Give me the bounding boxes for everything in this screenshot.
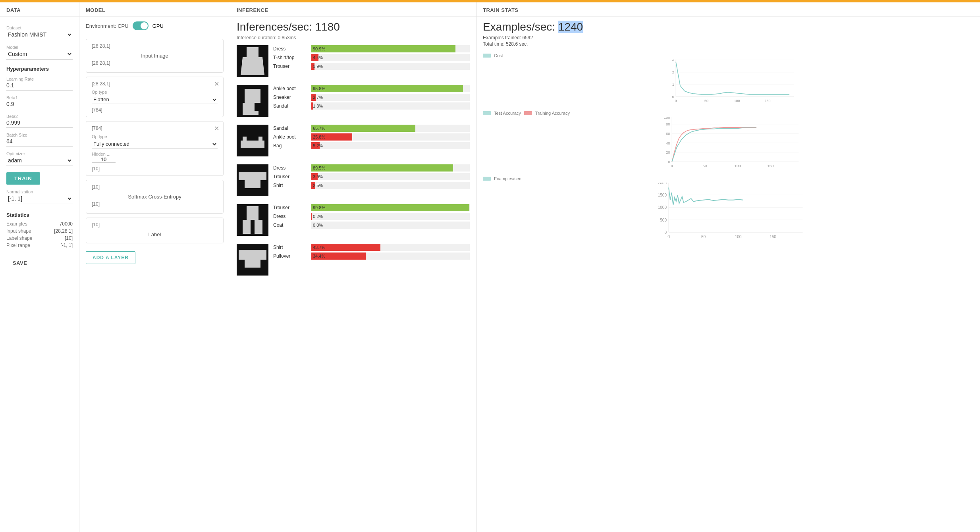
- bar-class-label: Coat: [273, 222, 309, 228]
- inference-bars-1: Dress90.9%T-shirt/top4.4%Trouser1.9%: [273, 45, 470, 71]
- examples-sec-chart: 0 50 100 150 0 500 1000 1500 2000: [483, 183, 974, 242]
- lr-input[interactable]: [6, 82, 73, 89]
- bar-class-label: Bag: [273, 143, 309, 148]
- stats-labelshape-value: [10]: [65, 235, 73, 241]
- inference-bars-4: Dress89.5%Trouser3.9%Shirt2.5%: [273, 164, 470, 191]
- svg-text:1000: 1000: [658, 205, 667, 210]
- env-toggle[interactable]: [133, 21, 149, 30]
- bar-pct-label: 0.0%: [313, 222, 323, 228]
- bar-track: 25.8%: [311, 133, 470, 141]
- bar-track: 0.0%: [311, 222, 470, 229]
- optimizer-field[interactable]: adam: [6, 157, 73, 166]
- bar-row: Coat0.0%: [273, 222, 470, 229]
- bar-track: 99.8%: [311, 204, 470, 211]
- inference-items-container: Dress90.9%T-shirt/top4.4%Trouser1.9%Ankl…: [237, 45, 470, 276]
- bar-track: 1.9%: [311, 63, 470, 70]
- lr-field[interactable]: [6, 82, 73, 91]
- layer-fc-hidden-input[interactable]: [92, 156, 116, 163]
- bar-row: Shirt43.7%: [273, 244, 470, 251]
- svg-text:80: 80: [666, 122, 670, 126]
- model-select[interactable]: Custom: [6, 50, 73, 58]
- add-layer-button[interactable]: ADD A LAYER: [86, 251, 135, 264]
- layer-label-top-shape: [10]: [92, 222, 218, 227]
- optimizer-select[interactable]: adam: [6, 157, 73, 164]
- svg-text:1: 1: [672, 83, 674, 87]
- batch-input[interactable]: [6, 138, 73, 145]
- layer-input-bottom-shape: [28,28,1]: [92, 60, 218, 66]
- beta2-input[interactable]: [6, 120, 73, 126]
- model-header: MODEL: [79, 2, 230, 17]
- stats-pixel-value: [-1, 1]: [60, 243, 73, 248]
- bar-row: Shirt2.5%: [273, 182, 470, 189]
- layer-softmax-bottom-shape: [10]: [92, 201, 218, 207]
- svg-text:0: 0: [671, 164, 673, 168]
- dataset-select[interactable]: Fashion MNIST: [6, 31, 73, 38]
- train-button[interactable]: TRAIN: [6, 172, 40, 185]
- layer-softmax-title: Softmax Cross-Entropy: [92, 192, 218, 201]
- bar-fill: [311, 125, 415, 132]
- bar-pct-label: 0.2%: [313, 213, 323, 220]
- batch-field[interactable]: [6, 138, 73, 146]
- layer-flatten-op-label: Op type: [92, 90, 218, 94]
- bar-pct-label: 89.5%: [313, 165, 325, 171]
- bar-pct-label: 2.7%: [313, 94, 323, 100]
- dataset-field[interactable]: Fashion MNIST: [6, 31, 73, 40]
- stats-input-shape: Input shape [28,28,1]: [6, 228, 73, 234]
- svg-text:0: 0: [667, 235, 670, 239]
- svg-text:150: 150: [765, 99, 771, 103]
- data-panel: DATA Dataset Fashion MNIST Model Custom …: [0, 2, 79, 532]
- bar-row: Ankle boot95.8%: [273, 85, 470, 92]
- layer-flatten-op-select[interactable]: Flatten: [92, 95, 218, 104]
- layer-fc-op-select[interactable]: Fully connected: [92, 140, 218, 148]
- cost-chart-legend-row: Cost: [483, 53, 974, 58]
- layer-input-top-shape: [28,28,1]: [92, 43, 218, 49]
- bar-pct-label: 95.8%: [313, 85, 325, 92]
- bar-row: Sneaker2.7%: [273, 94, 470, 101]
- model-field[interactable]: Custom: [6, 50, 73, 60]
- bar-track: 89.5%: [311, 164, 470, 172]
- inference-item-6: Shirt43.7%Pullover34.4%: [237, 244, 470, 276]
- cost-chart-area: Cost 0 50 100 150 0 1 2: [483, 53, 974, 104]
- bar-row: Dress89.5%: [273, 164, 470, 172]
- bar-class-label: Trouser: [273, 205, 309, 210]
- bar-class-label: Sneaker: [273, 94, 309, 100]
- bar-track: 34.4%: [311, 253, 470, 260]
- norm-select[interactable]: [-1, 1]: [6, 195, 73, 202]
- train-rate-value: 1240: [558, 21, 583, 33]
- svg-rect-0: [483, 54, 491, 58]
- dataset-label: Dataset: [6, 25, 73, 30]
- bar-row: Ankle boot25.8%: [273, 133, 470, 141]
- stats-pixel-label: Pixel range: [6, 243, 30, 248]
- stats-examples: Examples 70000: [6, 221, 73, 227]
- bar-pct-label: 65.7%: [313, 125, 325, 131]
- inference-item-1: Dress90.9%T-shirt/top4.4%Trouser1.9%: [237, 45, 470, 77]
- examples-sec-legend-icon: [483, 177, 491, 181]
- norm-field[interactable]: [-1, 1]: [6, 195, 73, 204]
- beta2-field[interactable]: [6, 120, 73, 128]
- bar-class-label: Sandal: [273, 125, 309, 131]
- beta1-input[interactable]: [6, 101, 73, 107]
- stats-input-label: Input shape: [6, 228, 31, 234]
- bar-track: 65.7%: [311, 125, 470, 132]
- svg-text:20: 20: [666, 150, 670, 154]
- test-acc-legend-label: Test Accuracy: [494, 111, 521, 116]
- cost-chart: 0 50 100 150 0 1 2 3: [483, 60, 974, 103]
- inference-item-4: Dress89.5%Trouser3.9%Shirt2.5%: [237, 164, 470, 196]
- bar-pct-label: 1.3%: [313, 103, 323, 109]
- layer-flatten-close[interactable]: ✕: [214, 80, 219, 88]
- bar-pct-label: 5.2%: [313, 143, 323, 149]
- train-acc-legend-icon: [524, 111, 532, 115]
- inference-header: INFERENCE: [230, 2, 476, 17]
- examples-trained: Examples trained: 6592: [483, 35, 974, 40]
- beta1-label: Beta1: [6, 95, 73, 100]
- layer-softmax-top-shape: [10]: [92, 184, 218, 190]
- inference-item-2: Ankle boot95.8%Sneaker2.7%Sandal1.3%: [237, 85, 470, 117]
- inference-image-1: [237, 45, 268, 77]
- beta1-field[interactable]: [6, 101, 73, 109]
- save-label: SAVE: [6, 255, 33, 271]
- accuracy-chart-legend-row: Test Accuracy Training Accuracy: [483, 111, 974, 116]
- layer-fc-close[interactable]: ✕: [214, 125, 219, 132]
- layer-input: [28,28,1] Input Image [28,28,1]: [86, 39, 224, 73]
- layer-fc-top-shape: [784]: [92, 125, 218, 131]
- svg-text:500: 500: [660, 218, 667, 222]
